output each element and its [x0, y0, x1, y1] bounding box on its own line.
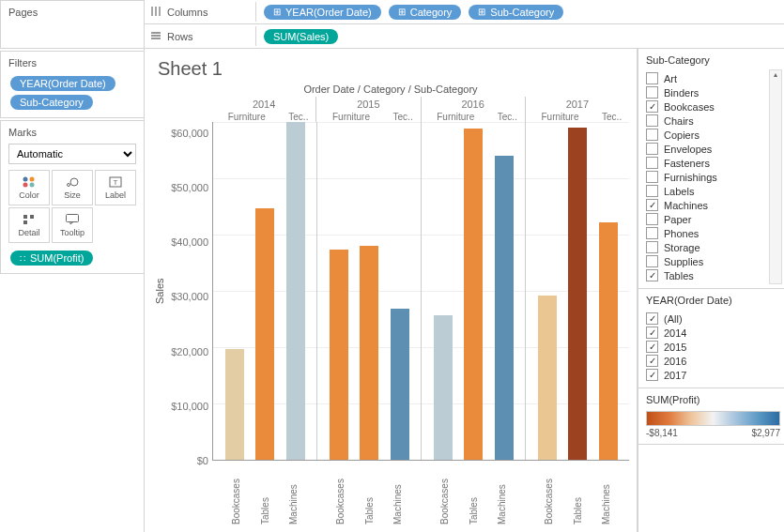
- filter-checkbox-row[interactable]: Art: [646, 71, 780, 85]
- checkbox[interactable]: [646, 86, 658, 99]
- checkbox[interactable]: [646, 72, 658, 84]
- mark-label-button[interactable]: TLabel: [95, 170, 136, 205]
- filter-checkbox-row[interactable]: 2016: [646, 354, 780, 368]
- bar[interactable]: [391, 309, 409, 460]
- checkbox[interactable]: [646, 255, 658, 267]
- filter-checkbox-row[interactable]: 2017: [646, 368, 780, 382]
- bar[interactable]: [360, 246, 378, 460]
- bar[interactable]: [330, 250, 348, 460]
- checkbox[interactable]: [646, 341, 658, 353]
- checkbox[interactable]: [646, 129, 658, 141]
- svg-rect-8: [23, 215, 27, 219]
- filters-shelf[interactable]: Filters YEAR(Order Date)Sub-Category: [0, 51, 145, 118]
- checkbox-label: 2015: [664, 342, 686, 353]
- filter-checkbox-row[interactable]: 2014: [646, 326, 780, 340]
- checkbox[interactable]: [646, 227, 658, 239]
- checkbox[interactable]: [646, 327, 658, 339]
- x-tick-label: Tables: [260, 461, 270, 528]
- bar[interactable]: [225, 349, 244, 460]
- bar[interactable]: [538, 296, 557, 460]
- filter-checkbox-row[interactable]: 2015: [646, 340, 780, 354]
- checkbox[interactable]: [646, 269, 658, 281]
- checkbox-label: Envelopes: [664, 144, 712, 155]
- pages-shelf[interactable]: Pages: [0, 0, 145, 49]
- svg-point-5: [70, 178, 78, 186]
- x-tick-label: Tables: [364, 461, 375, 528]
- filter-checkbox-row[interactable]: (All): [646, 312, 780, 326]
- filter-checkbox-row[interactable]: Storage: [646, 240, 780, 254]
- marks-pill[interactable]: ∷ SUM(Profit): [10, 251, 93, 266]
- marks-card[interactable]: Marks Automatic ColorSizeTLabelDetailToo…: [0, 120, 145, 274]
- filter-checkbox-row[interactable]: Bookcases: [646, 99, 780, 114]
- mark-detail-button[interactable]: Detail: [8, 207, 50, 243]
- row-pill[interactable]: SUM(Sales): [264, 29, 338, 44]
- filter-checkbox-row[interactable]: Binders: [646, 85, 780, 99]
- checkbox-label: Copiers: [664, 129, 699, 141]
- checkbox[interactable]: [646, 100, 658, 113]
- legend-max: $2,977: [751, 428, 780, 438]
- checkbox[interactable]: [646, 114, 658, 127]
- checkbox[interactable]: [646, 241, 658, 253]
- mark-color-button[interactable]: Color: [8, 170, 50, 205]
- rows-shelf[interactable]: Rows SUM(Sales): [145, 24, 784, 49]
- checkbox[interactable]: [646, 199, 658, 211]
- filter-checkbox-row[interactable]: Supplies: [646, 254, 780, 268]
- checkbox[interactable]: [646, 213, 658, 225]
- year-filter[interactable]: YEAR(Order Date) (All)2014201520162017: [638, 289, 784, 388]
- mark-tooltip-button[interactable]: Tooltip: [52, 207, 93, 243]
- bar[interactable]: [434, 315, 453, 460]
- checkbox-label: Furnishings: [664, 172, 717, 183]
- subcategory-filter-title: Sub-Category: [646, 54, 780, 66]
- checkbox[interactable]: [646, 185, 658, 197]
- mark-size-button[interactable]: Size: [52, 170, 93, 205]
- bar[interactable]: [286, 122, 305, 460]
- color-legend[interactable]: SUM(Profit) -$8,141 $2,977: [638, 388, 784, 445]
- checkbox[interactable]: [646, 369, 658, 381]
- filter-checkbox-row[interactable]: Paper: [646, 212, 780, 226]
- filter-checkbox-row[interactable]: Machines: [646, 198, 780, 212]
- svg-point-0: [23, 177, 28, 182]
- filter-checkbox-row[interactable]: Phones: [646, 226, 780, 240]
- svg-point-4: [68, 184, 70, 187]
- x-tick-label: Machines: [392, 461, 403, 528]
- subcategory-filter[interactable]: Sub-Category ArtBindersBookcasesChairsCo…: [638, 49, 784, 289]
- columns-shelf[interactable]: Columns ⊞YEAR(Order Date)⊞Category⊞Sub-C…: [145, 0, 784, 24]
- year-header: 2016FurnitureTec..: [421, 97, 525, 122]
- checkbox[interactable]: [646, 143, 658, 155]
- bar[interactable]: [464, 129, 483, 460]
- sheet-title[interactable]: Sheet 1: [152, 58, 629, 80]
- filter-checkbox-row[interactable]: Furnishings: [646, 170, 780, 184]
- legend-gradient: [646, 411, 780, 426]
- filter-pill[interactable]: YEAR(Order Date): [10, 76, 115, 91]
- bar[interactable]: [255, 208, 274, 460]
- bar[interactable]: [568, 128, 587, 460]
- filter-pill[interactable]: Sub-Category: [10, 95, 93, 110]
- rows-label: Rows: [167, 31, 193, 42]
- bar[interactable]: [495, 156, 514, 460]
- checkbox-label: Art: [664, 73, 677, 84]
- column-pill[interactable]: ⊞YEAR(Order Date): [264, 5, 381, 20]
- filter-checkbox-row[interactable]: Fasteners: [646, 156, 780, 170]
- y-tick: $60,000: [171, 128, 208, 139]
- color-split-icon: ∷: [20, 253, 25, 264]
- filter-checkbox-row[interactable]: Labels: [646, 184, 780, 198]
- checkbox[interactable]: [646, 355, 658, 367]
- filter-checkbox-row[interactable]: Chairs: [646, 114, 780, 128]
- checkbox[interactable]: [646, 171, 658, 183]
- marks-type-select[interactable]: Automatic: [8, 144, 136, 164]
- checkbox[interactable]: [646, 312, 658, 325]
- column-pill[interactable]: ⊞Sub-Category: [469, 5, 563, 20]
- filter-checkbox-row[interactable]: Envelopes: [646, 142, 780, 156]
- x-tick-label: Machines: [497, 461, 507, 528]
- year-filter-title: YEAR(Order Date): [646, 295, 780, 306]
- checkbox[interactable]: [646, 157, 658, 169]
- filter-checkbox-row[interactable]: Copiers: [646, 128, 780, 142]
- scrollbar[interactable]: ▴: [769, 69, 782, 284]
- year-header: 2014FurnitureTec..: [212, 97, 315, 122]
- filter-checkbox-row[interactable]: Tables: [646, 268, 780, 282]
- bar[interactable]: [599, 222, 618, 460]
- marks-label: Marks: [8, 127, 136, 138]
- checkbox-label: Phones: [664, 228, 699, 239]
- column-pill[interactable]: ⊞Category: [389, 5, 462, 20]
- filters-label: Filters: [8, 57, 136, 68]
